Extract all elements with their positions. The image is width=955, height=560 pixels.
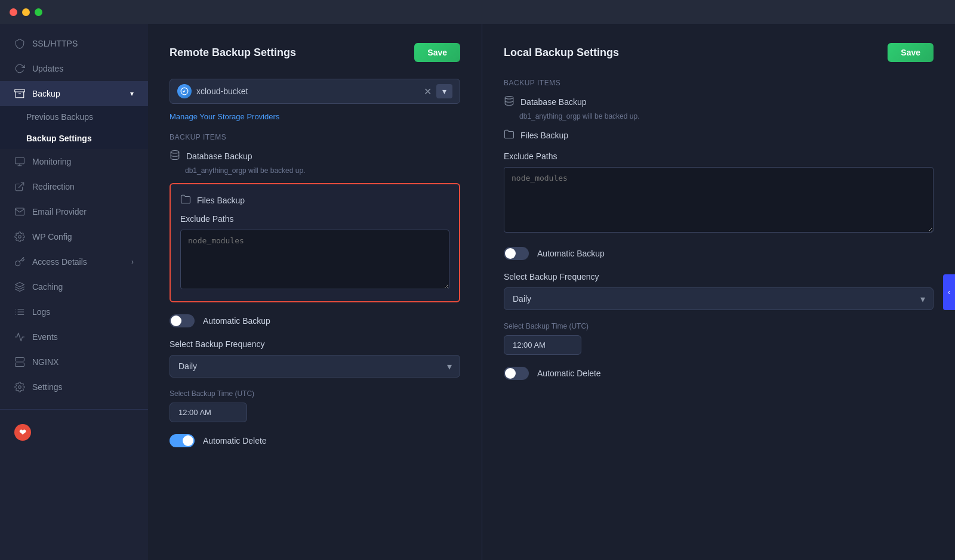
refresh-icon bbox=[14, 63, 25, 74]
sidebar-item-nginx-label: NGINX bbox=[32, 357, 58, 367]
sidebar-item-email-provider[interactable]: Email Provider bbox=[0, 199, 148, 224]
provider-name: xcloud-bucket bbox=[196, 86, 419, 96]
local-automatic-delete-row: Automatic Delete bbox=[504, 367, 934, 380]
local-frequency-select[interactable]: Daily Weekly Monthly bbox=[504, 287, 934, 310]
chevron-right-icon: › bbox=[131, 258, 134, 266]
provider-clear-button[interactable]: ✕ bbox=[424, 86, 432, 97]
sidebar-item-access-details[interactable]: Access Details › bbox=[0, 249, 148, 274]
sidebar-item-ssl[interactable]: SSL/HTTPS bbox=[0, 31, 148, 56]
database-backup-item: Database Backup bbox=[170, 150, 460, 163]
time-label: Select Backup Time (UTC) bbox=[170, 389, 460, 398]
mail-icon bbox=[14, 206, 25, 217]
archive-icon bbox=[14, 88, 25, 99]
local-files-backup-label: Files Backup bbox=[520, 131, 568, 140]
local-backup-title: Local Backup Settings bbox=[504, 47, 619, 59]
list-icon bbox=[14, 307, 25, 317]
sidebar-item-wp-config-label: WP Config bbox=[32, 232, 72, 242]
sidebar-item-nginx[interactable]: NGINX bbox=[0, 349, 148, 375]
local-exclude-paths-textarea[interactable] bbox=[504, 167, 934, 233]
sidebar-item-redirection[interactable]: Redirection bbox=[0, 174, 148, 199]
time-input[interactable] bbox=[170, 403, 247, 422]
sidebar-item-backup[interactable]: Backup ▾ bbox=[0, 81, 148, 106]
brand-logo: ❤ bbox=[14, 424, 31, 441]
folder-icon bbox=[180, 194, 191, 207]
monitor-icon bbox=[14, 156, 25, 167]
sidebar-item-settings-label: Settings bbox=[32, 382, 63, 392]
remote-backup-panel: Remote Backup Settings Save xcloud-bucke… bbox=[148, 24, 482, 560]
local-automatic-backup-row: Automatic Backup bbox=[504, 247, 934, 260]
frequency-select-wrapper: Daily Weekly Monthly bbox=[170, 355, 460, 378]
local-automatic-delete-label: Automatic Delete bbox=[537, 369, 601, 378]
sidebar-item-caching[interactable]: Caching bbox=[0, 274, 148, 299]
sidebar-item-logs-label: Logs bbox=[32, 307, 50, 317]
automatic-delete-toggle[interactable] bbox=[170, 434, 195, 447]
sidebar-item-monitoring[interactable]: Monitoring bbox=[0, 149, 148, 174]
gear-icon bbox=[14, 382, 25, 392]
shield-icon bbox=[14, 38, 25, 49]
manage-storage-link[interactable]: Manage Your Storage Providers bbox=[170, 112, 279, 121]
provider-selector: xcloud-bucket ✕ ▾ bbox=[170, 79, 460, 104]
svg-point-18 bbox=[19, 386, 21, 389]
settings-icon bbox=[14, 231, 25, 242]
local-backup-save-button[interactable]: Save bbox=[888, 43, 934, 62]
local-time-input[interactable] bbox=[504, 335, 581, 355]
automatic-delete-row: Automatic Delete bbox=[170, 434, 460, 447]
provider-dropdown-button[interactable]: ▾ bbox=[436, 84, 452, 98]
sidebar-item-events-label: Events bbox=[32, 332, 58, 342]
local-database-icon bbox=[504, 95, 515, 109]
svg-rect-0 bbox=[15, 89, 25, 92]
main-content: Remote Backup Settings Save xcloud-bucke… bbox=[148, 24, 955, 560]
collapse-tab[interactable]: ‹ bbox=[943, 274, 955, 310]
remote-backup-save-button[interactable]: Save bbox=[414, 43, 460, 62]
remote-backup-title: Remote Backup Settings bbox=[170, 47, 296, 59]
svg-rect-2 bbox=[16, 157, 24, 164]
sidebar-item-settings[interactable]: Settings bbox=[0, 375, 148, 400]
database-icon bbox=[170, 150, 180, 163]
sidebar-item-logs[interactable]: Logs bbox=[0, 299, 148, 324]
provider-icon bbox=[177, 84, 192, 98]
exclude-paths-textarea[interactable] bbox=[180, 230, 449, 289]
svg-point-19 bbox=[171, 151, 179, 154]
chevron-down-icon: ▾ bbox=[130, 89, 134, 98]
sidebar: SSL/HTTPS Updates Backup ▾ Previous Back… bbox=[0, 24, 148, 560]
svg-line-5 bbox=[19, 182, 24, 187]
database-backup-label: Database Backup bbox=[186, 151, 252, 161]
backup-settings-label: Backup Settings bbox=[26, 134, 92, 143]
sidebar-item-access-details-label: Access Details bbox=[32, 257, 87, 267]
sidebar-item-updates[interactable]: Updates bbox=[0, 56, 148, 81]
titlebar bbox=[0, 0, 955, 24]
local-automatic-backup-toggle[interactable] bbox=[504, 247, 529, 260]
sidebar-item-backup-settings[interactable]: Backup Settings bbox=[0, 128, 148, 149]
remote-backup-header: Remote Backup Settings Save bbox=[170, 43, 460, 62]
minimize-dot[interactable] bbox=[22, 8, 30, 16]
sidebar-item-backup-label: Backup bbox=[32, 89, 60, 98]
exclude-paths-label: Exclude Paths bbox=[180, 214, 449, 224]
database-backup-sub: db1_anything_orgp will be backed up. bbox=[185, 166, 460, 175]
sidebar-backup-submenu: Previous Backups Backup Settings bbox=[0, 106, 148, 149]
local-backup-header: Local Backup Settings Save bbox=[504, 43, 934, 62]
local-frequency-label: Select Backup Frequency bbox=[504, 272, 934, 281]
frequency-label: Select Backup Frequency bbox=[170, 339, 460, 349]
frequency-select[interactable]: Daily Weekly Monthly bbox=[170, 355, 460, 378]
local-automatic-delete-toggle[interactable] bbox=[504, 367, 529, 380]
files-backup-section: Files Backup Exclude Paths bbox=[170, 183, 460, 302]
local-database-backup-item: Database Backup bbox=[504, 95, 934, 109]
sidebar-item-previous-backups[interactable]: Previous Backups bbox=[0, 106, 148, 128]
automatic-backup-toggle[interactable] bbox=[170, 314, 195, 327]
local-backup-items-label: Backup Items bbox=[504, 79, 934, 87]
svg-point-6 bbox=[19, 236, 21, 239]
local-exclude-paths-label: Exclude Paths bbox=[504, 151, 934, 161]
server-icon bbox=[14, 357, 25, 367]
activity-icon bbox=[14, 332, 25, 342]
sidebar-item-events[interactable]: Events bbox=[0, 324, 148, 349]
local-frequency-select-wrapper: Daily Weekly Monthly bbox=[504, 287, 934, 310]
svg-rect-14 bbox=[16, 358, 24, 361]
sidebar-item-wp-config[interactable]: WP Config bbox=[0, 224, 148, 249]
key-icon bbox=[14, 256, 25, 267]
sidebar-item-ssl-label: SSL/HTTPS bbox=[32, 39, 78, 48]
close-dot[interactable] bbox=[10, 8, 17, 16]
automatic-backup-row: Automatic Backup bbox=[170, 314, 460, 327]
local-database-backup-label: Database Backup bbox=[520, 97, 587, 107]
layers-icon bbox=[14, 281, 25, 292]
maximize-dot[interactable] bbox=[35, 8, 42, 16]
